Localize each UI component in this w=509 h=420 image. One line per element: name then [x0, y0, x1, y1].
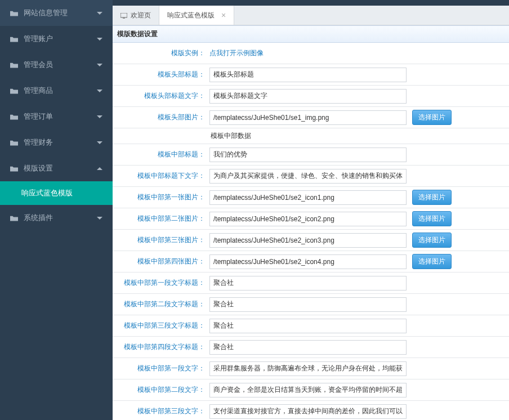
- label-head-title: 模板头部标题：: [113, 70, 208, 79]
- folder-icon: [10, 114, 18, 119]
- input-mid-title[interactable]: [209, 148, 407, 162]
- row-mid-header: 模板中部数据: [113, 128, 509, 144]
- sidebar: 网站信息管理 管理账户 管理会员 管理商品 管理订单 管理财务 模版设置 响应: [0, 0, 113, 420]
- sidebar-item-orders[interactable]: 管理订单: [0, 104, 113, 129]
- folder-icon: [10, 88, 18, 93]
- sidebar-item-plugins[interactable]: 系统插件: [0, 205, 113, 231]
- row-mid-img1: 模板中部第一张图片： 选择图片: [113, 187, 509, 208]
- label-head-img: 模板头部图片：: [113, 113, 208, 122]
- row-mid-title: 模板中部标题：: [113, 144, 509, 166]
- sidebar-item-members[interactable]: 管理会员: [0, 52, 113, 78]
- sidebar-item-finance[interactable]: 管理财务: [0, 129, 113, 155]
- chevron-down-icon: [97, 90, 102, 92]
- folder-icon: [10, 215, 18, 221]
- row-mid-p2-title: 模板中部第二段文字标题：: [113, 294, 509, 315]
- row-mid-p1-title: 模板中部第一段文字标题：: [113, 272, 509, 294]
- input-mid-subtitle[interactable]: [209, 169, 407, 184]
- main-content: 欢迎页 响应式蓝色模版 × 模版数据设置 模版实例： 点我打开示例图像 模板头部…: [113, 0, 509, 420]
- sidebar-item-label: 管理财务: [24, 137, 53, 148]
- btn-pick-mid-img3[interactable]: 选择图片: [412, 233, 452, 248]
- label-mid-subtitle: 模板中部标题下文字：: [113, 171, 208, 181]
- mid-data-header: 模板中部数据: [209, 131, 251, 141]
- row-example: 模版实例： 点我打开示例图像: [113, 43, 509, 64]
- row-mid-subtitle: 模板中部标题下文字：: [113, 166, 509, 187]
- input-head-title-text[interactable]: [209, 89, 407, 104]
- sidebar-item-site-info[interactable]: 网站信息管理: [0, 0, 113, 26]
- sidebar-item-templates[interactable]: 模版设置: [0, 155, 113, 181]
- chevron-down-icon: [97, 64, 102, 66]
- topbar: [113, 0, 509, 6]
- sidebar-sub-template-blue[interactable]: 响应式蓝色模版: [0, 181, 113, 205]
- tab-template[interactable]: 响应式蓝色模版 ×: [159, 6, 234, 25]
- label-mid-title: 模板中部标题：: [113, 150, 208, 159]
- input-mid-p3-text[interactable]: [209, 404, 407, 419]
- svg-rect-0: [120, 13, 127, 17]
- sidebar-item-label: 系统插件: [24, 213, 53, 223]
- sidebar-item-label: 模版设置: [24, 163, 53, 173]
- input-mid-p2-text[interactable]: [209, 383, 407, 397]
- input-mid-img3[interactable]: [209, 233, 407, 248]
- row-mid-p4-title: 模板中部第四段文字标题：: [113, 337, 509, 358]
- input-head-img[interactable]: [209, 110, 407, 125]
- btn-pick-mid-img1[interactable]: 选择图片: [412, 190, 452, 205]
- row-head-title-text: 模板头部标题文字：: [113, 86, 509, 107]
- label-mid-img1: 模板中部第一张图片：: [113, 193, 208, 202]
- label-mid-p2-title: 模板中部第二段文字标题：: [113, 300, 208, 309]
- row-mid-p3-text: 模板中部第三段文字：: [113, 401, 509, 420]
- chevron-down-icon: [97, 115, 102, 118]
- input-mid-p3-title[interactable]: [209, 319, 407, 333]
- row-mid-img4: 模板中部第四张图片： 选择图片: [113, 251, 509, 272]
- row-mid-p3-title: 模板中部第三段文字标题：: [113, 315, 509, 337]
- input-mid-p1-title[interactable]: [209, 276, 407, 291]
- chevron-down-icon: [97, 141, 102, 144]
- input-mid-img4[interactable]: [209, 254, 407, 269]
- panel-title: 模版数据设置: [113, 25, 509, 43]
- label-mid-p3-text: 模板中部第三段文字：: [113, 406, 208, 416]
- form-area: 模版实例： 点我打开示例图像 模板头部标题： 模板头部标题文字： 模板头部图片：…: [113, 43, 509, 420]
- label-mid-p3-title: 模板中部第三段文字标题：: [113, 321, 208, 330]
- sidebar-item-label: 网站信息管理: [24, 8, 68, 18]
- row-head-img: 模板头部图片： 选择图片: [113, 107, 509, 128]
- input-head-title[interactable]: [209, 68, 407, 82]
- folder-icon: [10, 62, 18, 68]
- row-mid-p1-text: 模板中部第一段文字：: [113, 358, 509, 379]
- sidebar-item-products[interactable]: 管理商品: [0, 78, 113, 104]
- folder-icon: [10, 36, 18, 42]
- label-mid-p1-text: 模板中部第一段文字：: [113, 364, 208, 373]
- input-mid-p4-title[interactable]: [209, 340, 407, 355]
- tab-label: 响应式蓝色模版: [167, 11, 215, 20]
- monitor-icon: [120, 12, 127, 18]
- label-head-title-text: 模板头部标题文字：: [113, 91, 208, 101]
- close-icon[interactable]: ×: [221, 11, 226, 19]
- folder-icon: [10, 166, 18, 171]
- input-mid-img2[interactable]: [209, 212, 407, 226]
- sidebar-item-label: 管理账户: [24, 34, 53, 44]
- chevron-down-icon: [97, 38, 102, 41]
- sidebar-item-accounts[interactable]: 管理账户: [0, 26, 113, 52]
- row-mid-img2: 模板中部第二张图片： 选择图片: [113, 208, 509, 230]
- sidebar-item-label: 管理订单: [24, 111, 53, 122]
- row-head-title: 模板头部标题：: [113, 64, 509, 86]
- folder-icon: [10, 140, 18, 145]
- btn-pick-mid-img2[interactable]: 选择图片: [412, 211, 452, 226]
- input-mid-p2-title[interactable]: [209, 297, 407, 312]
- label-mid-p4-title: 模板中部第四段文字标题：: [113, 342, 208, 352]
- input-mid-img1[interactable]: [209, 190, 407, 205]
- label-example: 模版实例：: [113, 48, 208, 58]
- label-mid-p1-title: 模板中部第一段文字标题：: [113, 278, 208, 288]
- input-mid-p1-text[interactable]: [209, 361, 407, 376]
- link-open-example[interactable]: 点我打开示例图像: [209, 48, 264, 58]
- row-mid-img3: 模板中部第三张图片： 选择图片: [113, 230, 509, 251]
- chevron-down-icon: [97, 217, 102, 220]
- label-mid-img4: 模板中部第四张图片：: [113, 257, 208, 266]
- tab-welcome[interactable]: 欢迎页: [113, 6, 159, 25]
- label-mid-img3: 模板中部第三张图片：: [113, 235, 208, 245]
- folder-icon: [10, 10, 18, 16]
- btn-pick-head-img[interactable]: 选择图片: [412, 110, 452, 125]
- label-mid-img2: 模板中部第二张图片：: [113, 214, 208, 224]
- label-mid-p2-text: 模板中部第二段文字：: [113, 385, 208, 395]
- btn-pick-mid-img4[interactable]: 选择图片: [412, 254, 452, 269]
- sidebar-sub-label: 响应式蓝色模版: [21, 189, 73, 197]
- row-mid-p2-text: 模板中部第二段文字：: [113, 379, 509, 401]
- svg-rect-1: [123, 18, 125, 19]
